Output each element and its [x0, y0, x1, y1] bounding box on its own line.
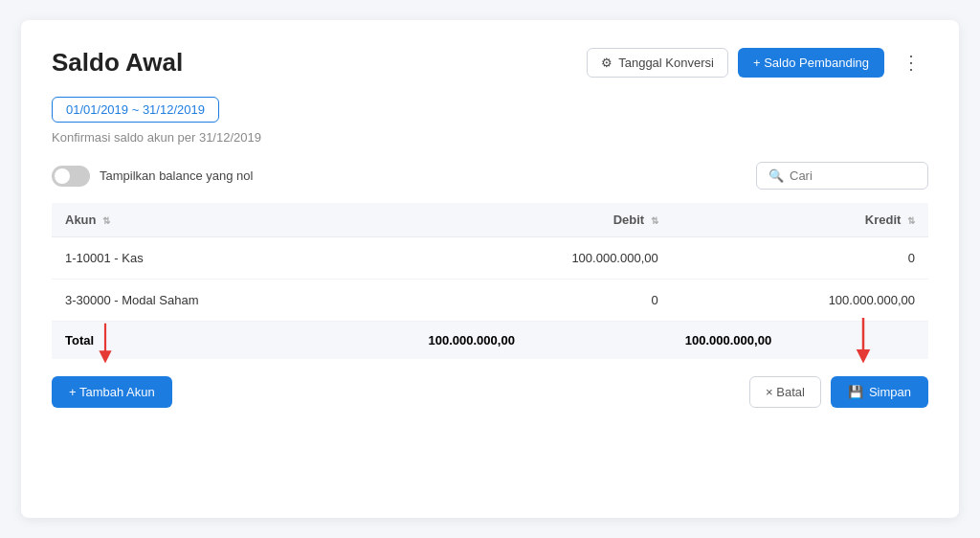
save-icon: 💾 [848, 385, 863, 399]
arrow-tambah-icon [88, 322, 122, 364]
sort-icon-kredit: ⇅ [907, 215, 915, 226]
footer-right: × Batal 💾 Simpan [749, 376, 928, 408]
more-options-button[interactable]: ⋮ [894, 47, 928, 78]
col-debit: Debit ⇅ [415, 203, 672, 237]
cell-akun: 3-30000 - Modal Saham [52, 280, 415, 322]
search-input[interactable] [790, 168, 916, 183]
simpan-button[interactable]: 💾 Simpan [831, 376, 928, 408]
more-icon: ⋮ [902, 52, 921, 73]
subtitle: Konfirmasi saldo akun per 31/12/2019 [52, 130, 928, 145]
header-row: Saldo Awal ⚙ Tanggal Konversi + Saldo Pe… [52, 47, 928, 78]
main-card: Saldo Awal ⚙ Tanggal Konversi + Saldo Pe… [21, 20, 959, 518]
table-row: 1-10001 - Kas 100.000.000,00 0 [52, 237, 928, 280]
tanggal-konversi-button[interactable]: ⚙ Tanggal Konversi [587, 48, 728, 78]
col-kredit: Kredit ⇅ [672, 203, 928, 237]
page-title: Saldo Awal [52, 48, 183, 78]
cell-debit: 0 [415, 280, 672, 322]
table-header: Akun ⇅ Debit ⇅ Kredit ⇅ [52, 203, 928, 237]
tambah-akun-button[interactable]: + Tambah Akun [52, 376, 172, 408]
toolbar-row: Tampilkan balance yang nol 🔍 [52, 162, 928, 190]
cell-kredit: 100.000.000,00 [672, 280, 928, 322]
toggle-label: Tampilkan balance yang nol [100, 168, 253, 183]
cell-debit: 100.000.000,00 [415, 237, 672, 280]
table-body: 1-10001 - Kas 100.000.000,00 0 3-30000 -… [52, 237, 928, 322]
total-row: Total 100.000.000,00 100.000.000,00 [52, 322, 928, 360]
batal-button[interactable]: × Batal [749, 376, 821, 408]
search-icon: 🔍 [768, 168, 784, 183]
total-debit: 100.000.000,00 [415, 322, 672, 360]
cell-kredit: 0 [672, 237, 928, 280]
arrow-simpan-icon [846, 316, 880, 364]
header-actions: ⚙ Tanggal Konversi + Saldo Pembanding ⋮ [587, 47, 928, 78]
data-table: Akun ⇅ Debit ⇅ Kredit ⇅ 1-10001 - Kas 10… [52, 203, 928, 359]
search-box: 🔍 [756, 162, 928, 190]
toggle-row: Tampilkan balance yang nol [52, 166, 253, 187]
toggle-slider [52, 166, 90, 187]
cell-akun: 1-10001 - Kas [52, 237, 415, 280]
table-footer: Total 100.000.000,00 100.000.000,00 [52, 322, 928, 360]
col-akun: Akun ⇅ [52, 203, 415, 237]
sort-icon-akun: ⇅ [102, 215, 110, 226]
footer-row: + Tambah Akun × Batal 💾 Simpan [52, 376, 928, 408]
date-range-badge: 01/01/2019 ~ 31/12/2019 [52, 97, 219, 123]
total-kredit: 100.000.000,00 [672, 322, 928, 360]
sort-icon-debit: ⇅ [651, 215, 658, 226]
balance-toggle[interactable] [52, 166, 90, 187]
table-row: 3-30000 - Modal Saham 0 100.000.000,00 [52, 280, 928, 322]
gear-icon: ⚙ [601, 56, 612, 70]
saldo-pembanding-button[interactable]: + Saldo Pembanding [738, 48, 884, 78]
